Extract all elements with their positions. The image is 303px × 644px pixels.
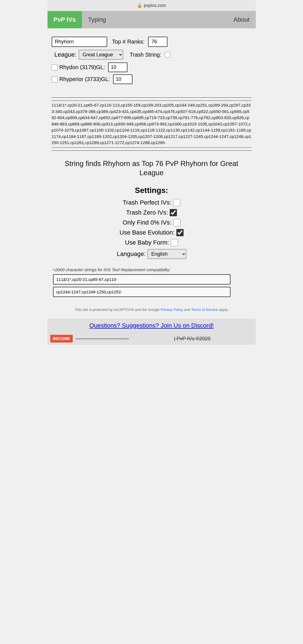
form-row-1: Top # Ranks: bbox=[52, 37, 252, 47]
main-content: Top # Ranks: League: Great League Ultra … bbox=[47, 28, 256, 319]
rhydon-label: Rhydon (3179)GL: bbox=[59, 64, 105, 71]
url-text: pvpivs.com bbox=[144, 3, 166, 8]
ios-section: <2000 character strings for iOS Text Rep… bbox=[52, 265, 252, 302]
discord-link[interactable]: Questions? Suggestions? Join Us on Disco… bbox=[89, 322, 214, 329]
trash-string-label: Trash String: bbox=[130, 52, 161, 58]
tos-link[interactable]: Terms of Service bbox=[191, 308, 218, 312]
use-base-label: Use Base Evolution: bbox=[119, 229, 174, 236]
language-label: Language: bbox=[117, 250, 146, 258]
language-select[interactable]: English French German Spanish bbox=[147, 249, 186, 259]
settings-title: Settings: bbox=[52, 186, 252, 195]
navigation: PvP IVs Typing About bbox=[47, 11, 256, 28]
league-label: League: bbox=[54, 51, 77, 58]
rhydon-row: Rhydon (3179)GL: bbox=[52, 62, 252, 72]
rhyperior-row: Rhyperior (3733)GL: bbox=[52, 74, 252, 84]
league-select[interactable]: Great League Ultra League Master League bbox=[79, 50, 123, 60]
trash-perfect-checkbox[interactable] bbox=[173, 199, 180, 206]
trash-perfect-row: Trash Perfect IVs: bbox=[52, 199, 252, 206]
divider-top bbox=[52, 97, 252, 98]
cp-string-output: 111&!1*,cp20-21,cp65-67,cp110-113,cp155-… bbox=[52, 100, 252, 148]
use-baby-label: Use Baby Form: bbox=[125, 239, 169, 246]
trash-zero-checkbox[interactable] bbox=[170, 209, 177, 216]
footer-bar: BECOME ———————————— | PvP IVs ©2020 bbox=[47, 333, 256, 345]
recaptcha-text: This site is protected by reCAPTCHA and … bbox=[75, 308, 160, 312]
top-ranks-input[interactable] bbox=[148, 37, 167, 47]
use-base-row: Use Base Evolution: bbox=[52, 229, 252, 236]
and-text: and bbox=[184, 308, 190, 312]
rhyperior-checkbox[interactable] bbox=[52, 76, 58, 82]
nav-typing[interactable]: Typing bbox=[82, 11, 112, 28]
top-ranks-label: Top # Ranks: bbox=[112, 39, 145, 45]
only-find-0-label: Only Find 0% IVs: bbox=[122, 219, 171, 226]
use-baby-checkbox[interactable] bbox=[171, 239, 178, 246]
rhydon-input[interactable] bbox=[108, 62, 127, 72]
only-find-0-row: Only Find 0% IVs: bbox=[52, 219, 252, 226]
form-row-2: League: Great League Ultra League Master… bbox=[52, 50, 252, 60]
language-row: Language: English French German Spanish bbox=[52, 249, 252, 259]
footer-copyright: | PvP IVs ©2020 bbox=[132, 336, 253, 342]
discord-banner: Questions? Suggestions? Join Us on Disco… bbox=[47, 319, 256, 333]
rhyperior-input[interactable] bbox=[113, 74, 132, 84]
divider-bottom bbox=[52, 150, 252, 151]
url-bar: 🔒 pvpivs.com bbox=[47, 0, 256, 11]
use-baby-row: Use Baby Form: bbox=[52, 239, 252, 246]
lock-icon: 🔒 bbox=[137, 3, 142, 8]
rhyperior-label: Rhyperior (3733)GL: bbox=[59, 76, 110, 82]
trash-perfect-label: Trash Perfect IVs: bbox=[123, 199, 171, 206]
trash-string-checkbox[interactable] bbox=[165, 52, 170, 57]
result-text: String finds Rhyhorn as Top 76 PvP Rhyho… bbox=[52, 154, 252, 181]
trash-zero-label: Trash Zero IVs: bbox=[126, 209, 168, 216]
ios-label: <2000 character strings for iOS Text Rep… bbox=[53, 267, 250, 272]
only-find-0-checkbox[interactable] bbox=[173, 219, 181, 226]
become-button[interactable]: BECOME bbox=[50, 335, 73, 343]
form-area: Top # Ranks: League: Great League Ultra … bbox=[52, 34, 252, 89]
use-base-checkbox[interactable] bbox=[176, 229, 184, 236]
trash-zero-row: Trash Zero IVs: bbox=[52, 209, 252, 216]
footer-bar-line: ———————————— bbox=[76, 336, 129, 341]
rhydon-checkbox[interactable] bbox=[52, 64, 58, 71]
ios-input-2[interactable] bbox=[53, 287, 231, 297]
privacy-policy-link[interactable]: Privacy Policy bbox=[161, 308, 183, 312]
pokemon-input[interactable] bbox=[52, 37, 107, 47]
nav-about[interactable]: About bbox=[227, 11, 256, 28]
recaptcha-notice: This site is protected by reCAPTCHA and … bbox=[52, 302, 252, 313]
nav-pvpivs[interactable]: PvP IVs bbox=[47, 11, 82, 28]
apply-text: apply. bbox=[219, 308, 228, 312]
ios-input-1[interactable] bbox=[53, 274, 231, 285]
